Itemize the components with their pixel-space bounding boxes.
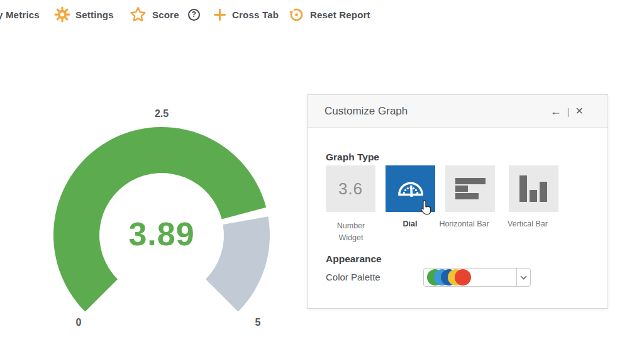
number-widget-label: Number Widget — [328, 220, 374, 245]
graph-type-option-horizontal-bar[interactable] — [445, 165, 495, 212]
back-button[interactable]: ← — [550, 106, 562, 117]
number-widget-preview: 3.6 — [338, 179, 363, 199]
reset-label: Reset Report — [310, 9, 370, 20]
palette-swatches — [424, 269, 516, 286]
hand-cursor-icon — [419, 199, 435, 221]
crosstab-label: Cross Tab — [232, 9, 279, 20]
plus-icon — [213, 8, 227, 22]
settings-label: Settings — [75, 9, 114, 20]
toolbar-item-score[interactable]: Score ? — [129, 5, 200, 24]
gauge-value: 3.89 — [99, 215, 225, 253]
vertical-bar-label: Vertical Bar — [493, 218, 562, 230]
close-button[interactable]: ✕ — [575, 106, 584, 116]
vertical-bar-icon — [519, 175, 548, 202]
color-palette-dropdown[interactable] — [423, 268, 531, 287]
customize-graph-panel: Customize Graph ← | ✕ Graph Type 3.6 — [307, 94, 608, 309]
toolbar-item-metrics[interactable]: y Metrics — [0, 5, 40, 24]
dial-icon — [396, 175, 425, 202]
gauge-max-label: 5 — [242, 317, 274, 328]
palette-swatch — [455, 269, 471, 286]
toolbar-item-settings[interactable]: Settings — [54, 5, 114, 24]
score-label: Score — [152, 9, 179, 20]
metrics-label: y Metrics — [0, 9, 40, 20]
graph-type-option-vertical-bar[interactable] — [509, 165, 558, 212]
horizontal-bar-icon — [455, 178, 486, 199]
help-icon[interactable]: ? — [188, 9, 200, 21]
appearance-heading: Appearance — [326, 253, 382, 265]
panel-title: Customize Graph — [325, 105, 408, 118]
toolbar-item-crosstab[interactable]: Cross Tab — [213, 5, 279, 24]
panel-header: Customize Graph ← | ✕ — [308, 95, 608, 128]
toolbar-item-reset[interactable]: Reset Report — [288, 5, 370, 24]
star-icon — [129, 6, 147, 24]
gauge-mid-label: 2.5 — [143, 108, 180, 119]
reset-icon — [288, 6, 305, 23]
graph-type-option-number-widget[interactable]: 3.6 — [326, 165, 375, 212]
chevron-down-icon[interactable] — [516, 269, 530, 286]
color-palette-label: Color Palette — [326, 272, 380, 282]
gauge-svg — [38, 99, 289, 326]
horizontal-bar-label: Horizontal Bar — [430, 218, 499, 230]
gear-icon — [54, 6, 70, 23]
gauge-min-label: 0 — [63, 317, 94, 328]
graph-type-heading: Graph Type — [326, 152, 379, 163]
header-divider: | — [567, 106, 570, 117]
